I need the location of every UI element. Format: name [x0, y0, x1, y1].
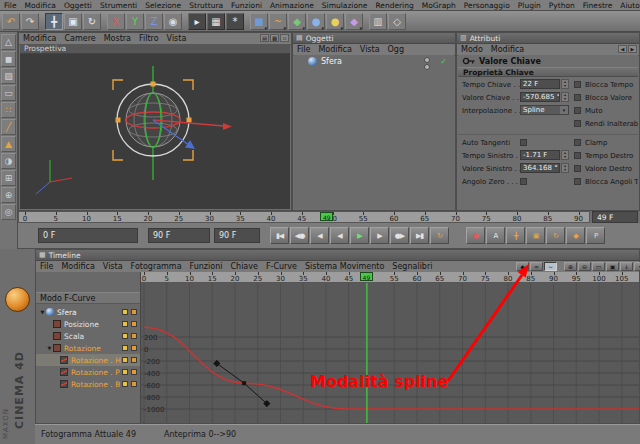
attribute-value-field[interactable]: -1.71 F: [520, 150, 560, 160]
menu-aiuto[interactable]: Aiuto: [616, 1, 640, 10]
spinner-down-icon[interactable]: ▾: [564, 97, 566, 101]
menu-rendering[interactable]: Rendering: [371, 1, 417, 10]
value-spinner[interactable]: ▴▾: [561, 92, 569, 102]
attributes-menu-modifica[interactable]: Modifica: [487, 45, 528, 54]
menu-python[interactable]: Python: [545, 1, 579, 10]
menu-funzioni[interactable]: Funzioni: [227, 1, 266, 10]
checkbox[interactable]: [574, 94, 581, 101]
loop-button[interactable]: ↻: [430, 227, 449, 244]
attribute-value-field[interactable]: 22 F: [520, 79, 560, 89]
bookmark-menu-icon[interactable]: ▾: [634, 262, 640, 271]
prev-frame-button[interactable]: ◀: [310, 227, 329, 244]
record-position-button[interactable]: ╋: [506, 227, 525, 244]
handle-top[interactable]: [151, 82, 156, 87]
viewport-menu-vista[interactable]: Vista: [163, 34, 191, 43]
workplane-mode-icon[interactable]: ▭: [1, 85, 16, 101]
timeline-track-row[interactable]: ▼Sfera: [36, 306, 140, 318]
menu-strumenti[interactable]: Strumenti: [96, 1, 141, 10]
frame-selection-icon[interactable]: ▭: [592, 262, 605, 271]
fcurve-canvas[interactable]: 2000-200-400-600-800-1000: [141, 283, 639, 423]
viewport-detach-icon[interactable]: ▫: [280, 34, 289, 42]
zoom-in-icon[interactable]: ⊕: [564, 262, 577, 271]
viewport-menu-mostra[interactable]: Mostra: [100, 34, 135, 43]
timeline-track-row[interactable]: Rotazione . H: [36, 354, 140, 366]
goto-end-button[interactable]: ▶▮: [410, 227, 429, 244]
record-rotation-button[interactable]: ↻: [546, 227, 565, 244]
record-keyframe-button[interactable]: ●: [466, 227, 485, 244]
frame-all-icon[interactable]: ▣: [606, 262, 619, 271]
track-toggle-b[interactable]: [131, 369, 137, 375]
interpolation-dropdown[interactable]: Spline▾: [520, 105, 569, 115]
history-forward-icon[interactable]: ▶: [628, 45, 637, 53]
history-back-icon[interactable]: ◀: [618, 45, 627, 53]
attributes-menu-modo[interactable]: Modo: [457, 45, 487, 54]
checkbox[interactable]: [574, 107, 581, 114]
timeline-track-row[interactable]: Scala: [36, 330, 140, 342]
handle-right[interactable]: [187, 118, 192, 123]
checkbox[interactable]: [574, 120, 581, 127]
fcurve-ruler[interactable]: 0510152025303540454955606570758085909510…: [141, 272, 639, 283]
checkbox[interactable]: [574, 165, 581, 172]
undo-icon[interactable]: ↶: [2, 13, 20, 30]
min-frame-field[interactable]: 0 F: [38, 228, 138, 243]
polygons-mode-icon[interactable]: ▲: [1, 136, 16, 152]
sphere-object[interactable]: [20, 54, 290, 209]
viewport-menu-camere[interactable]: Camere: [60, 34, 99, 43]
animation-mode-icon[interactable]: ◑: [1, 153, 16, 169]
viewport-single-view-icon[interactable]: ▤: [260, 34, 269, 42]
track-toggle-b[interactable]: [131, 309, 137, 315]
record-scale-button[interactable]: ▣: [526, 227, 545, 244]
autokey-button[interactable]: A: [486, 227, 505, 244]
menu-personaggio[interactable]: Personaggio: [460, 1, 514, 10]
timeline-menu-sistema-movimento[interactable]: Sistema Movimento: [301, 262, 388, 271]
timeline-menu-file[interactable]: File: [36, 262, 57, 271]
timeline-menu-funzioni[interactable]: Funzioni: [186, 262, 227, 271]
object-axis-icon[interactable]: ⊕: [1, 187, 16, 203]
current-frame-marker[interactable]: 49: [360, 272, 373, 281]
max-frame-field[interactable]: 90 F: [148, 228, 210, 243]
handle-left[interactable]: [116, 118, 121, 123]
timeline-menu-modifica[interactable]: Modifica: [57, 262, 98, 271]
timeline-menu-vista[interactable]: Vista: [99, 262, 127, 271]
track-toggle-a[interactable]: [122, 309, 128, 315]
viewport-quad-view-icon[interactable]: ▦: [270, 34, 279, 42]
spline-mode-icon[interactable]: ~: [544, 262, 557, 271]
snap-settings-icon[interactable]: ◇: [388, 13, 406, 30]
fcurve-graph[interactable]: 2000-200-400-600-800-1000: [141, 283, 639, 423]
y-axis-lock-icon[interactable]: Y: [126, 13, 144, 30]
objects-menu-file[interactable]: File: [293, 45, 314, 54]
viewport-canvas[interactable]: [20, 54, 290, 209]
timeline-mode-label[interactable]: Modo F-Curve: [36, 292, 140, 304]
track-toggle-b[interactable]: [131, 333, 137, 339]
timeline-menu-chiave[interactable]: Chiave: [226, 262, 261, 271]
track-toggle-b[interactable]: [131, 345, 137, 351]
menu-finestre[interactable]: Finestre: [579, 1, 617, 10]
viewport-menu-filtro[interactable]: Filtro: [135, 34, 163, 43]
menu-struttura[interactable]: Struttura: [185, 1, 227, 10]
play-button[interactable]: ▶: [350, 227, 369, 244]
checkbox[interactable]: [574, 81, 581, 88]
texture-mode-icon[interactable]: ▨: [1, 68, 16, 84]
isolate-view-icon[interactable]: ◎: [1, 204, 16, 220]
selection-filter-icon[interactable]: ▥: [369, 13, 387, 30]
expander-icon[interactable]: ▼: [39, 309, 46, 315]
points-mode-icon[interactable]: ∷: [1, 102, 16, 118]
objects-menu-ogg[interactable]: Ogg: [384, 45, 408, 54]
edges-mode-icon[interactable]: ╱: [1, 119, 16, 135]
menu-selezione[interactable]: Selezione: [141, 1, 185, 10]
z-axis-lock-icon[interactable]: Z: [145, 13, 163, 30]
prev-key-button[interactable]: ◀●: [290, 227, 309, 244]
render-visibility-dot[interactable]: [424, 64, 430, 70]
timeline-track-row[interactable]: Rotazione . P: [36, 366, 140, 378]
timeline-menu-segnalibri[interactable]: Segnalibri: [388, 262, 436, 271]
goto-current-frame-icon[interactable]: ↓: [620, 262, 633, 271]
menu-oggetti[interactable]: Oggetti: [60, 1, 96, 10]
timeline-track-row[interactable]: Rotazione . B: [36, 378, 140, 390]
add-scene-object-icon[interactable]: ●▾: [326, 13, 344, 30]
render-picture-viewer-icon[interactable]: ▦: [207, 13, 225, 30]
checkbox[interactable]: [574, 152, 581, 159]
menu-animazione[interactable]: Animazione: [266, 1, 318, 10]
rotate-tool-icon[interactable]: ↻: [83, 13, 101, 30]
menu-mograph[interactable]: MoGraph: [418, 1, 460, 10]
scale-tool-icon[interactable]: ▣: [64, 13, 82, 30]
